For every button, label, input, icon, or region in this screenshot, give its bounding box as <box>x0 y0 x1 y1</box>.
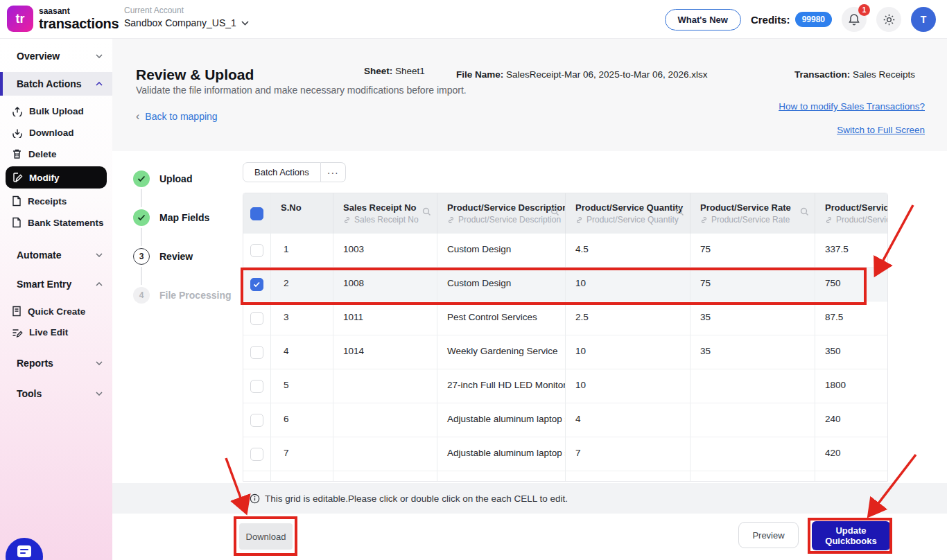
sidebar-item-tools[interactable]: Tools <box>0 382 112 405</box>
cell-description[interactable]: 27-inch Full HD LED Monitor <box>437 369 566 403</box>
cell-description[interactable]: Adjustable aluminum laptop st <box>437 437 566 471</box>
cell-rate[interactable]: 75 <box>690 268 815 301</box>
search-icon[interactable] <box>800 207 809 216</box>
cell-sno[interactable]: 6 <box>271 403 333 437</box>
cell-quantity[interactable]: 10 <box>566 335 690 369</box>
sidebar-item-quick-create[interactable]: Quick Create <box>0 301 112 322</box>
how-to-modify-link[interactable]: How to modify Sales Transactions? <box>779 101 925 112</box>
download-button[interactable]: Download <box>239 523 293 550</box>
update-quickbooks-button[interactable]: Update Quickbooks <box>812 521 890 550</box>
switch-fullscreen-link[interactable]: Switch to Full Screen <box>837 125 925 135</box>
row-checkbox[interactable] <box>250 346 263 359</box>
row-checkbox[interactable] <box>250 380 263 393</box>
brand-logo[interactable]: tr saasant transactions <box>7 6 119 32</box>
column-header-quantity[interactable]: Product/Service Quantity Product/Service… <box>566 193 690 234</box>
sidebar-item-automate[interactable]: Automate <box>0 243 112 267</box>
row-checkbox[interactable] <box>250 312 263 325</box>
cell-description[interactable]: Weekly Gardening Service <box>437 335 566 369</box>
cell-rate[interactable]: 35 <box>690 335 815 369</box>
cell-rate[interactable] <box>690 369 815 403</box>
cell-receipt-no[interactable]: 1008 <box>333 268 437 301</box>
sidebar-item-delete[interactable]: Delete <box>0 143 112 164</box>
cell-amount[interactable]: 420 <box>815 437 888 471</box>
cell-amount[interactable]: 350 <box>815 335 888 369</box>
settings-button[interactable] <box>876 7 901 32</box>
sidebar-item-receipts[interactable]: Receipts <box>0 191 112 211</box>
cell-description[interactable]: Pest Control Services <box>437 301 566 335</box>
cell-amount[interactable]: 87.5 <box>815 301 888 335</box>
cell-quantity[interactable]: 10 <box>566 369 690 403</box>
download-icon <box>12 127 23 138</box>
cell-quantity[interactable]: 4 <box>566 403 690 437</box>
cell-sno[interactable]: 2 <box>271 268 333 301</box>
row-checkbox-checked[interactable] <box>250 278 263 291</box>
search-icon[interactable] <box>675 207 684 216</box>
cell-receipt-no[interactable] <box>333 403 437 437</box>
sidebar-item-overview[interactable]: Overview <box>0 44 112 68</box>
sidebar-item-batch-actions[interactable]: Batch Actions <box>0 72 112 96</box>
sidebar-item-live-edit[interactable]: Live Edit <box>0 322 112 342</box>
sidebar-item-bank-statements[interactable]: Bank Statements <box>0 212 112 233</box>
sidebar-item-label: Reports <box>17 358 53 369</box>
more-actions-button[interactable]: ··· <box>321 162 346 182</box>
cell-sno[interactable]: 4 <box>271 335 333 369</box>
cell-rate[interactable] <box>690 403 815 437</box>
search-icon[interactable] <box>550 207 559 216</box>
cell-description[interactable]: Custom Design <box>437 268 566 301</box>
column-header-amount[interactable]: Product/Service Amount Product/Service A… <box>815 193 888 234</box>
cell-sno[interactable]: 3 <box>271 301 333 335</box>
notifications-button[interactable]: 1 <box>842 7 867 32</box>
live-edit-icon <box>12 328 23 338</box>
cell-description[interactable]: Adjustable aluminum laptop st <box>437 403 566 437</box>
header-checkbox-cell <box>243 193 271 234</box>
search-icon[interactable] <box>422 207 431 216</box>
cell-quantity[interactable]: 4.5 <box>566 234 690 267</box>
cell-amount[interactable]: 750 <box>815 268 888 301</box>
link-icon <box>343 216 351 224</box>
transaction-label: Transaction: <box>794 69 850 80</box>
cell-receipt-no[interactable] <box>333 369 437 403</box>
account-label: Current Account <box>124 6 249 15</box>
whats-new-button[interactable]: What's New <box>665 9 741 30</box>
row-checkbox[interactable] <box>250 414 263 427</box>
column-header-sno[interactable]: S.No <box>271 193 333 234</box>
cell-receipt-no[interactable] <box>333 437 437 471</box>
cell-quantity[interactable]: 10 <box>566 268 690 301</box>
column-header-rate[interactable]: Product/Service Rate Product/Service Rat… <box>690 193 815 234</box>
cell-sno[interactable]: 1 <box>271 234 333 267</box>
preview-button[interactable]: Preview <box>738 522 799 548</box>
select-all-checkbox[interactable] <box>250 207 263 220</box>
column-header-description[interactable]: Product/Service Description Product/Serv… <box>437 193 566 234</box>
column-header-receipt-no[interactable]: Sales Receipt No Sales Receipt No <box>333 193 437 234</box>
cell-sno[interactable]: 5 <box>271 369 333 403</box>
cell-receipt-no[interactable]: 1003 <box>333 234 437 267</box>
sidebar-item-bulk-upload[interactable]: Bulk Upload <box>0 100 112 121</box>
user-avatar[interactable]: T <box>911 7 936 32</box>
back-to-mapping-link[interactable]: ‹ Back to mapping <box>136 111 218 122</box>
cell-receipt-no[interactable]: 1014 <box>333 335 437 369</box>
sidebar-item-reports[interactable]: Reports <box>0 351 112 375</box>
table-row: 3 1011 Pest Control Services 2.5 35 87.5 <box>243 301 887 335</box>
sidebar-item-smart-entry[interactable]: Smart Entry <box>0 272 112 296</box>
chevron-up-icon <box>96 82 103 86</box>
account-switcher[interactable]: Current Account Sandbox Company_US_1 <box>124 6 249 28</box>
sidebar-item-download[interactable]: Download <box>0 122 112 143</box>
column-title: Product/Service Description <box>447 202 565 213</box>
cell-rate[interactable]: 75 <box>690 234 815 267</box>
batch-actions-button[interactable]: Batch Actions <box>243 162 321 182</box>
cell-description[interactable]: Custom Design <box>437 234 566 267</box>
cell-quantity[interactable]: 7 <box>566 437 690 471</box>
cell-amount[interactable]: 240 <box>815 403 888 437</box>
cell-quantity[interactable]: 2.5 <box>566 301 690 335</box>
row-checkbox[interactable] <box>250 448 263 461</box>
step-label: File Processing <box>159 290 231 301</box>
cell-amount[interactable]: 337.5 <box>815 234 888 267</box>
sidebar-item-modify[interactable]: Modify <box>6 166 107 189</box>
cell-rate[interactable] <box>690 437 815 471</box>
row-checkbox[interactable] <box>250 244 263 257</box>
page-title: Review & Upload <box>136 67 254 83</box>
cell-receipt-no[interactable]: 1011 <box>333 301 437 335</box>
cell-sno[interactable]: 7 <box>271 437 333 471</box>
cell-rate[interactable]: 35 <box>690 301 815 335</box>
cell-amount[interactable]: 1800 <box>815 369 888 403</box>
